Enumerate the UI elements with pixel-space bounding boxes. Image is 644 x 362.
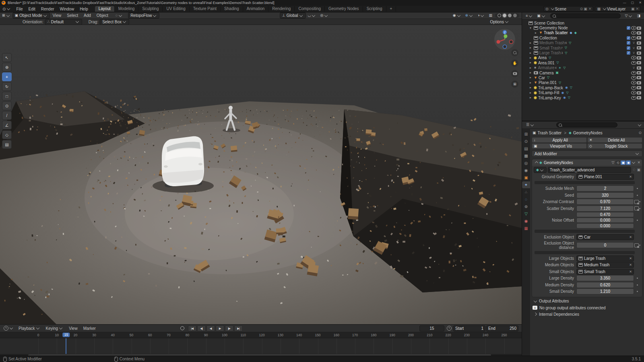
hide-viewport-eye-icon[interactable] [631, 26, 636, 30]
maximize-button[interactable]: ▢ [631, 1, 634, 4]
animate-property-dot[interactable] [639, 245, 640, 246]
expander-icon[interactable]: ▸ [530, 81, 534, 84]
animate-property-dot[interactable] [637, 188, 638, 189]
transform-pivot-button[interactable]: ◌ [114, 13, 125, 18]
collapsed-subpanel-bar[interactable] [535, 230, 635, 233]
retopoflow-button[interactable]: RetopoFlow [128, 12, 159, 19]
play-reverse-button[interactable]: ◀ [206, 325, 215, 331]
next-keyframe-button[interactable]: |▶ [225, 325, 233, 331]
properties-tab-texture[interactable]: ▦ [522, 225, 530, 232]
selectability-checkbox[interactable]: ✓ [627, 46, 630, 50]
outliner-display-mode-button[interactable]: ▣ [535, 13, 548, 19]
playhead[interactable] [66, 338, 66, 354]
realtime-display-toggle[interactable]: ▣ [621, 160, 625, 165]
workspace-tab-uv-editing[interactable]: UV Editing [163, 6, 189, 12]
outliner-row-area-001[interactable]: ▸Area.001▽ [522, 60, 644, 65]
value-field-large-density[interactable]: 3.350 [576, 275, 634, 281]
snap-toggle[interactable]: ◡ [306, 13, 318, 18]
animate-property-dot[interactable] [639, 208, 640, 209]
drag-mode-selector[interactable]: Select Box [100, 19, 129, 25]
properties-tab-world[interactable]: ◉ [522, 167, 530, 174]
properties-tab-output[interactable]: ▤ [522, 145, 530, 152]
hide-viewport-eye-icon[interactable] [631, 61, 636, 65]
tool-cursor[interactable]: ⊕ [2, 63, 12, 72]
outliner-filter-button[interactable]: ▽ [623, 13, 635, 19]
object-field-exclusion-object[interactable]: Car✕ [576, 234, 634, 240]
workspace-tab-texture-paint[interactable]: Texture Paint [190, 6, 221, 12]
unlink-icon[interactable]: ✕ [629, 235, 632, 239]
tool-tweak-select[interactable]: ↖ [2, 53, 12, 62]
view-layer-selector[interactable]: ▩ ViewLayer ▣ ✕ [595, 6, 641, 12]
selectability-checkbox[interactable]: ✓ [627, 26, 630, 30]
animate-property-dot[interactable] [637, 220, 638, 221]
vector-field-noise-offset-2[interactable]: 0.000 [576, 223, 634, 228]
hidden-eye-icon[interactable]: ∨ [632, 51, 635, 55]
workspace-tab-layout[interactable]: Layout [95, 6, 115, 12]
expander-icon[interactable]: ▸ [530, 61, 534, 64]
wireframe-shading-button[interactable] [497, 14, 501, 17]
viewport-menu-object[interactable]: Object [94, 13, 111, 18]
animate-property-dot[interactable] [637, 291, 638, 292]
ortho-grid-icon[interactable]: ⊞ [511, 80, 518, 88]
disable-render-camera-icon[interactable] [637, 31, 641, 35]
disable-render-camera-icon[interactable] [637, 56, 641, 60]
material-preview-button[interactable] [508, 14, 512, 17]
menu-window[interactable]: Window [57, 7, 77, 11]
node-group-name-field[interactable]: Trash_Scatter_advanced [548, 167, 631, 173]
auto-keying-button[interactable] [178, 326, 186, 331]
properties-tab-tool[interactable]: ⊞ [522, 131, 530, 138]
internal-dependencies-section[interactable]: Internal Dependencies [533, 312, 642, 317]
outliner-row-small-trash[interactable]: ▸Small Trash7▽✓∨ [522, 45, 644, 50]
properties-tab-constraints[interactable]: ⊚ [522, 203, 530, 210]
expander-icon[interactable]: ▸ [530, 96, 534, 99]
outliner-settings-icon[interactable]: ◨ [635, 13, 642, 19]
properties-tab-scene[interactable]: ◎ [522, 160, 530, 167]
animate-property-dot[interactable] [637, 284, 638, 286]
workspace-tab-sculpting[interactable]: Sculpting [138, 6, 163, 12]
unlink-icon[interactable]: ✕ [629, 263, 632, 267]
zoom-icon[interactable] [511, 49, 518, 56]
mode-selector[interactable]: ▣ Object Mode [12, 12, 50, 19]
frame-end-field[interactable]: End250 [486, 325, 518, 331]
outliner-row-camera[interactable]: ▸Camera▣ [522, 70, 644, 75]
properties-tab-object[interactable]: ▣ [522, 174, 530, 181]
expander-icon[interactable]: ▾ [530, 27, 534, 30]
hide-viewport-eye-icon[interactable] [631, 86, 636, 90]
minimize-button[interactable]: — [623, 1, 626, 4]
expander-icon[interactable]: ▸ [530, 86, 534, 89]
vector-field-noise-offset-1[interactable]: 0.000 [576, 218, 634, 223]
disable-render-camera-icon[interactable] [637, 41, 641, 45]
render-display-toggle[interactable]: ◉ [626, 160, 631, 165]
delete-all-button[interactable]: ✕Delete All [587, 137, 642, 143]
animate-property-dot[interactable] [637, 278, 638, 279]
properties-tab-material[interactable]: ◉ [522, 218, 530, 224]
outliner-search-input[interactable] [550, 13, 621, 19]
properties-tab-particles[interactable]: ∴ [522, 189, 530, 195]
disable-render-camera-icon[interactable] [637, 91, 641, 95]
hide-viewport-eye-icon[interactable] [631, 81, 636, 84]
output-attributes-section[interactable]: Output Attributes [533, 298, 642, 304]
properties-tab-object-data[interactable]: ▽ [522, 210, 530, 217]
value-field-scatter-density[interactable]: 7.120 [576, 206, 634, 212]
remove-layer-icon[interactable]: ✕ [636, 7, 639, 11]
tool-retopoflow-tool-2[interactable]: ▤ [2, 140, 12, 149]
vector-field-noise-offset-0[interactable]: 0.470 [576, 212, 634, 217]
remove-modifier-icon[interactable]: ✕ [637, 161, 640, 165]
timeline-tracks[interactable] [0, 338, 522, 354]
xray-toggle[interactable]: ▥ [487, 13, 494, 18]
object-field-ground-geometry[interactable]: Plane.001✕ [576, 174, 634, 180]
orientation-selector[interactable]: ⊥ Global [280, 12, 306, 19]
tool-move[interactable]: + [2, 72, 12, 81]
properties-options-chevron[interactable] [638, 123, 641, 126]
outliner-row-scene-collection[interactable]: Scene Collection [522, 21, 644, 25]
new-node-group-icon[interactable]: ▣ [637, 168, 640, 172]
tool-scale[interactable]: □ [2, 92, 12, 101]
hide-viewport-eye-icon[interactable] [631, 76, 636, 80]
tool-measure[interactable]: ∠ [2, 121, 12, 130]
hide-viewport-eye-icon[interactable] [631, 91, 636, 95]
menu-render[interactable]: Render [38, 7, 57, 11]
object-visibility-button[interactable]: ◉ [451, 13, 463, 18]
outliner-editor-type-button[interactable]: ≡ [524, 13, 535, 19]
pan-hand-icon[interactable]: ✋ [511, 60, 518, 67]
extra-operator-icon[interactable] [634, 206, 639, 210]
